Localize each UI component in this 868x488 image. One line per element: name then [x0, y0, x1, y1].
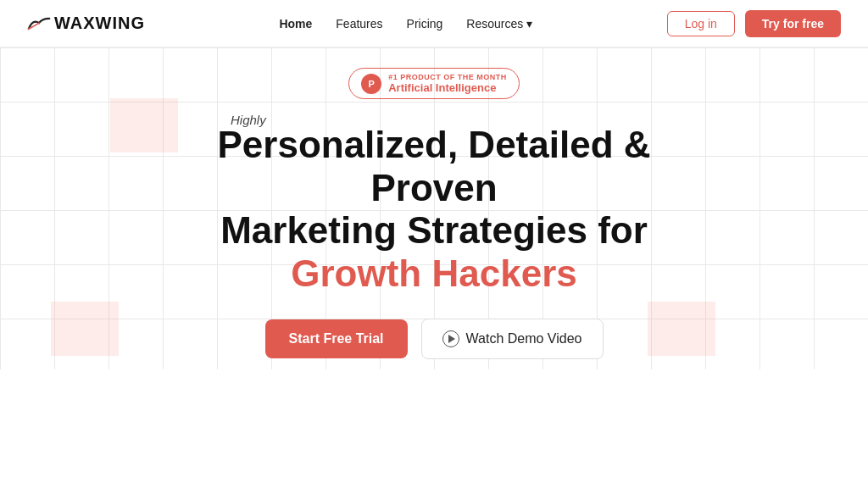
- hero-section: P #1 PRODUCT OF THE MONTH Artificial Int…: [0, 47, 868, 369]
- badge-text: #1 PRODUCT OF THE MONTH Artificial Intel…: [388, 73, 507, 94]
- brand-logo[interactable]: WAXWING: [27, 14, 145, 33]
- hero-accent: Growth Hackers: [163, 252, 705, 296]
- nav-actions: Log in Try for free: [667, 10, 841, 37]
- play-triangle: [448, 335, 455, 343]
- nav-links: Home Features Pricing Resources ▾: [279, 17, 532, 30]
- nav-home[interactable]: Home: [279, 17, 312, 30]
- trial-nav-button[interactable]: Try for free: [745, 10, 841, 37]
- nav-features[interactable]: Features: [336, 17, 382, 30]
- ph-logo: P: [361, 74, 381, 94]
- login-button[interactable]: Log in: [667, 11, 735, 36]
- play-icon: [442, 330, 459, 347]
- hero-content: P #1 PRODUCT OF THE MONTH Artificial Int…: [27, 68, 841, 359]
- product-badge: P #1 PRODUCT OF THE MONTH Artificial Int…: [348, 68, 520, 99]
- nav-resources[interactable]: Resources ▾: [466, 17, 532, 30]
- start-trial-button[interactable]: Start Free Trial: [265, 319, 408, 358]
- navbar: WAXWING Home Features Pricing Resources …: [0, 0, 868, 47]
- nav-pricing[interactable]: Pricing: [407, 17, 443, 30]
- hero-title: Personalized, Detailed & Proven Marketin…: [163, 124, 705, 295]
- chevron-down-icon: ▾: [526, 17, 532, 30]
- hero-cta: Start Free Trial Watch Demo Video: [265, 319, 604, 359]
- watch-demo-button[interactable]: Watch Demo Video: [421, 319, 604, 359]
